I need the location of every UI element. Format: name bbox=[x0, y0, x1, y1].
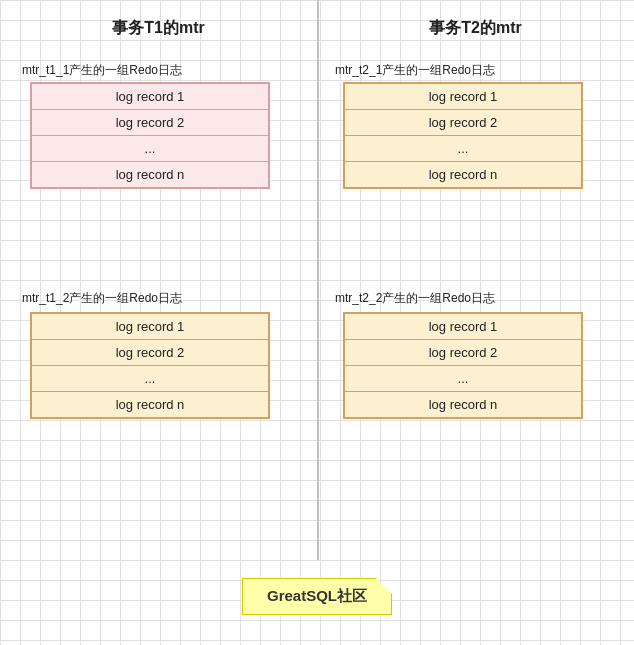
left-group1-label: mtr_t1_1产生的一组Redo日志 bbox=[22, 62, 182, 79]
left-group1-box: log record 1 log record 2 ... log record… bbox=[30, 82, 270, 189]
log-record: log record 2 bbox=[345, 110, 581, 136]
log-record: log record 2 bbox=[32, 110, 268, 136]
right-title-text: 事务T2的mtr bbox=[429, 19, 521, 36]
log-record: log record n bbox=[345, 162, 581, 187]
log-record: log record n bbox=[32, 162, 268, 187]
log-record: log record n bbox=[345, 392, 581, 417]
log-record: ... bbox=[345, 366, 581, 392]
log-record: log record 1 bbox=[32, 84, 268, 110]
watermark-text: GreatSQL社区 bbox=[267, 587, 367, 604]
log-record: ... bbox=[32, 136, 268, 162]
log-record: log record n bbox=[32, 392, 268, 417]
log-record: log record 2 bbox=[32, 340, 268, 366]
right-group2-label: mtr_t2_2产生的一组Redo日志 bbox=[335, 290, 495, 307]
log-record: log record 1 bbox=[345, 84, 581, 110]
left-group2-label: mtr_t1_2产生的一组Redo日志 bbox=[22, 290, 182, 307]
right-group1-label: mtr_t2_1产生的一组Redo日志 bbox=[335, 62, 495, 79]
log-record: log record 1 bbox=[32, 314, 268, 340]
main-content: 事务T1的mtr 事务T2的mtr mtr_t1_1产生的一组Redo日志 lo… bbox=[0, 0, 634, 645]
log-record: ... bbox=[32, 366, 268, 392]
right-group1-label-text: mtr_t2_1产生的一组Redo日志 bbox=[335, 63, 495, 77]
right-column-header: 事务T2的mtr bbox=[317, 18, 634, 39]
left-column-header: 事务T1的mtr bbox=[0, 18, 317, 39]
right-group2-box: log record 1 log record 2 ... log record… bbox=[343, 312, 583, 419]
left-group2-label-text: mtr_t1_2产生的一组Redo日志 bbox=[22, 291, 182, 305]
log-record: log record 2 bbox=[345, 340, 581, 366]
log-record: ... bbox=[345, 136, 581, 162]
column-divider bbox=[317, 0, 319, 560]
right-group1-box: log record 1 log record 2 ... log record… bbox=[343, 82, 583, 189]
left-title-text: 事务T1的mtr bbox=[112, 19, 204, 36]
right-group2-label-text: mtr_t2_2产生的一组Redo日志 bbox=[335, 291, 495, 305]
left-group2-box: log record 1 log record 2 ... log record… bbox=[30, 312, 270, 419]
log-record: log record 1 bbox=[345, 314, 581, 340]
watermark-note: GreatSQL社区 bbox=[242, 578, 392, 615]
left-group1-label-text: mtr_t1_1产生的一组Redo日志 bbox=[22, 63, 182, 77]
